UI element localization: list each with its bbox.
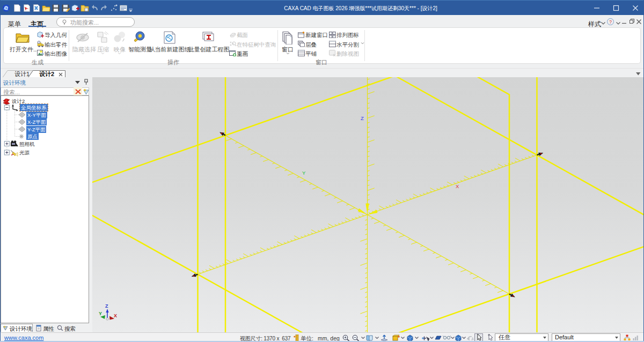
- svg-text:X: X: [456, 183, 459, 189]
- svg-text:Z: Z: [105, 303, 108, 309]
- svg-text:?: ?: [609, 19, 612, 25]
- svg-text:Y: Y: [302, 170, 306, 176]
- svg-text:Y: Y: [99, 311, 102, 316]
- svg-text:Z: Z: [361, 115, 364, 121]
- svg-text:X: X: [114, 313, 117, 318]
